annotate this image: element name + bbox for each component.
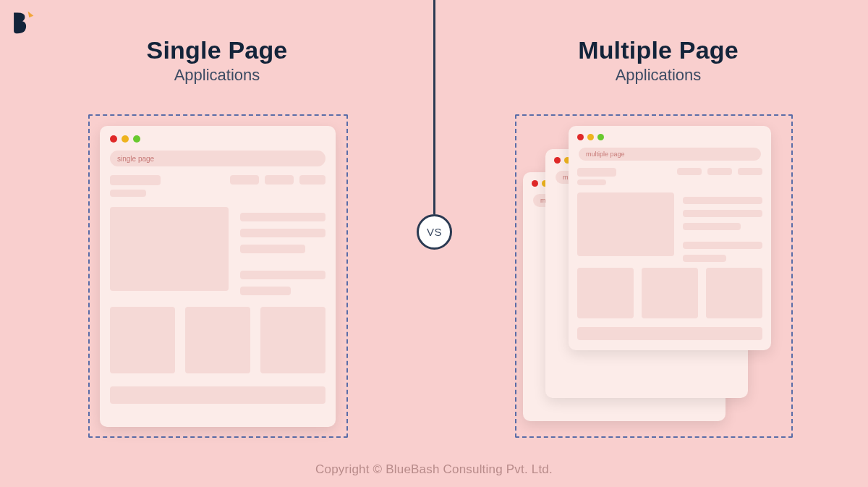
wireframe-line xyxy=(240,229,326,237)
wireframe-line xyxy=(683,255,726,262)
traffic-red-icon xyxy=(110,135,117,143)
traffic-yellow-icon xyxy=(122,135,129,143)
wireframe-block xyxy=(577,168,616,177)
copyright-text: Copyright © BlueBash Consulting Pvt. Ltd… xyxy=(0,462,868,477)
traffic-red-icon xyxy=(577,134,584,140)
browser-window-single: single page xyxy=(100,126,336,427)
wireframe-line xyxy=(240,271,326,279)
wireframe-line xyxy=(683,197,762,204)
wireframe-card xyxy=(642,268,698,318)
wireframe-hero xyxy=(110,207,229,291)
wireframe-line xyxy=(683,210,762,217)
heading-subtitle: Applications xyxy=(72,66,362,85)
address-bar-text: multiple page xyxy=(586,151,625,158)
wireframe-line xyxy=(683,223,741,230)
heading-subtitle: Applications xyxy=(514,66,803,85)
wireframe-block xyxy=(110,175,161,185)
traffic-green-icon xyxy=(133,135,140,143)
heading-title: Single Page xyxy=(72,36,362,64)
traffic-red-icon xyxy=(554,157,561,164)
wireframe-line xyxy=(683,242,762,249)
center-divider-line xyxy=(433,0,435,214)
wireframe-hero xyxy=(577,192,674,256)
traffic-lights xyxy=(577,134,604,140)
traffic-red-icon xyxy=(532,180,538,187)
browser-window-stack-1: multiple page xyxy=(569,126,771,350)
traffic-lights xyxy=(110,135,140,143)
wireframe-block xyxy=(677,168,702,175)
wireframe-footer xyxy=(577,327,762,340)
wireframe-card xyxy=(260,307,326,373)
wireframe-block xyxy=(577,179,606,185)
wireframe-card xyxy=(110,307,175,373)
heading-multiple-page: Multiple Page Applications xyxy=(514,36,803,85)
heading-title: Multiple Page xyxy=(514,36,803,64)
address-bar: single page xyxy=(110,151,326,166)
address-bar-text: single page xyxy=(117,155,154,163)
traffic-yellow-icon xyxy=(587,134,594,140)
vs-label: VS xyxy=(427,226,442,238)
wireframe-block xyxy=(230,175,259,185)
wireframe-card xyxy=(577,268,634,318)
bluebash-logo xyxy=(10,10,35,35)
traffic-green-icon xyxy=(597,134,604,140)
wireframe-block xyxy=(265,175,294,185)
wireframe-card xyxy=(706,268,762,318)
wireframe-line xyxy=(240,213,326,221)
wireframe-block xyxy=(707,168,732,175)
wireframe-block xyxy=(110,190,146,197)
wireframe-line xyxy=(240,245,305,253)
address-bar: multiple page xyxy=(579,148,761,161)
wireframe-block xyxy=(738,168,762,175)
wireframe-block xyxy=(299,175,326,185)
wireframe-footer xyxy=(110,386,326,404)
vs-badge: VS xyxy=(417,214,452,250)
wireframe-card xyxy=(185,307,250,373)
heading-single-page: Single Page Applications xyxy=(72,36,362,85)
wireframe-line xyxy=(240,287,291,295)
